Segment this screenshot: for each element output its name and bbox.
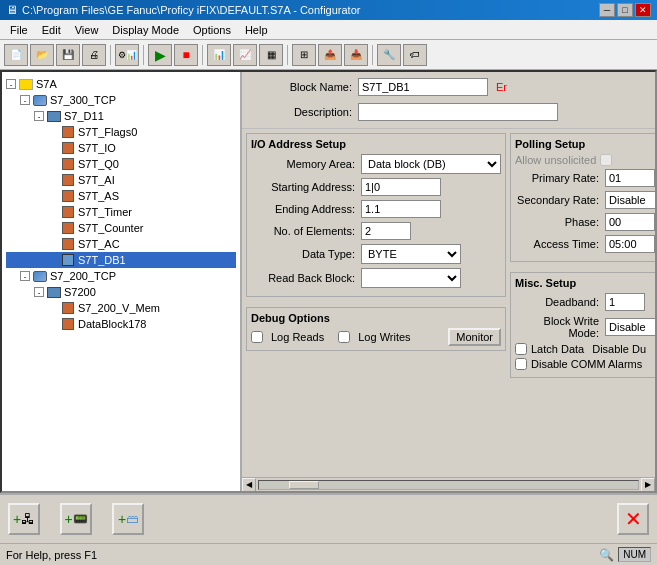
- expand-s7-300-tcp[interactable]: -: [20, 95, 30, 105]
- toolbar-new[interactable]: 📄: [4, 44, 28, 66]
- bottom-toolbar: +🖧 +📟 +🗃 ✕: [0, 493, 657, 543]
- ending-address-row: Ending Address:: [251, 200, 501, 218]
- expand-s7a[interactable]: -: [6, 79, 16, 89]
- menu-edit[interactable]: Edit: [36, 23, 67, 37]
- add-device-button[interactable]: +📟: [60, 503, 92, 535]
- log-reads-checkbox[interactable]: [251, 331, 263, 343]
- disable-comm-alarms-checkbox[interactable]: [515, 358, 527, 370]
- status-bar: For Help, press F1 🔍 NUM: [0, 543, 657, 565]
- ending-address-input[interactable]: [361, 200, 441, 218]
- toolbar-import[interactable]: 📥: [344, 44, 368, 66]
- log-reads-label: Log Reads: [271, 331, 324, 343]
- description-input[interactable]: [358, 103, 558, 121]
- deadband-input[interactable]: [605, 293, 645, 311]
- expand-s7-d11[interactable]: -: [34, 111, 44, 121]
- scroll-left-button[interactable]: ◀: [242, 478, 256, 492]
- tree-item-s7t-io[interactable]: S7T_IO: [6, 140, 236, 156]
- menu-help[interactable]: Help: [239, 23, 274, 37]
- tree-item-s7-200-tcp[interactable]: - S7_200_TCP: [6, 268, 236, 284]
- toolbar-chart2[interactable]: 📈: [233, 44, 257, 66]
- block-write-mode-input[interactable]: [605, 318, 655, 336]
- toolbar-save[interactable]: 💾: [56, 44, 80, 66]
- delete-button[interactable]: ✕: [617, 503, 649, 535]
- tree-label-s7-200-vmem: S7_200_V_Mem: [78, 302, 160, 314]
- close-button[interactable]: ✕: [635, 3, 651, 17]
- toolbar-print[interactable]: 🖨: [82, 44, 106, 66]
- block-icon-q0: [60, 157, 76, 171]
- horizontal-scrollbar[interactable]: ◀ ▶: [242, 477, 655, 491]
- starting-address-row: Starting Address:: [251, 178, 501, 196]
- tree-label-s7t-ai: S7T_AI: [78, 174, 115, 186]
- tree-item-s7t-db1[interactable]: S7T_DB1: [6, 252, 236, 268]
- menu-display-mode[interactable]: Display Mode: [106, 23, 185, 37]
- tree-label-s7t-timer: S7T_Timer: [78, 206, 132, 218]
- tree-item-s7200[interactable]: - S7200: [6, 284, 236, 300]
- toolbar-table[interactable]: ▦: [259, 44, 283, 66]
- add-network-button[interactable]: +🖧: [8, 503, 40, 535]
- h-scroll-thumb[interactable]: [289, 481, 319, 489]
- tree-item-s7t-counter[interactable]: S7T_Counter: [6, 220, 236, 236]
- menu-file[interactable]: File: [4, 23, 34, 37]
- toolbar-grid[interactable]: ⊞: [292, 44, 316, 66]
- toolbar-open[interactable]: 📂: [30, 44, 54, 66]
- toolbar-stop[interactable]: ■: [174, 44, 198, 66]
- separator-2: [143, 45, 144, 65]
- network-icon-s7-300: [32, 93, 48, 107]
- num-elements-label: No. of Elements:: [251, 225, 361, 237]
- phase-input[interactable]: [605, 213, 655, 231]
- tree-item-s7-300-tcp[interactable]: - S7_300_TCP: [6, 92, 236, 108]
- tree-item-s7-200-vmem[interactable]: S7_200_V_Mem: [6, 300, 236, 316]
- expand-s7200[interactable]: -: [34, 287, 44, 297]
- block-icon-datablock178: [60, 317, 76, 331]
- monitor-button[interactable]: Monitor: [448, 328, 501, 346]
- block-name-input[interactable]: [358, 78, 488, 96]
- data-type-select[interactable]: BYTE WORD DWORD INT: [361, 244, 461, 264]
- secondary-rate-input[interactable]: [605, 191, 655, 209]
- io-address-section: I/O Address Setup Memory Area: Data bloc…: [246, 133, 506, 297]
- toolbar-export[interactable]: 📤: [318, 44, 342, 66]
- tree-item-s7t-q0[interactable]: S7T_Q0: [6, 156, 236, 172]
- add-block-button[interactable]: +🗃: [112, 503, 144, 535]
- toolbar-settings[interactable]: 🔧: [377, 44, 401, 66]
- block-name-row: Block Name: Er: [248, 78, 649, 96]
- debug-options-title: Debug Options: [251, 312, 501, 324]
- log-writes-checkbox[interactable]: [338, 331, 350, 343]
- menu-view[interactable]: View: [69, 23, 105, 37]
- h-scroll-track[interactable]: [258, 480, 639, 490]
- deadband-row: Deadband:: [515, 293, 655, 311]
- tree-item-datablock178[interactable]: DataBlock178: [6, 316, 236, 332]
- tree-item-s7t-ai[interactable]: S7T_AI: [6, 172, 236, 188]
- latch-data-checkbox[interactable]: [515, 343, 527, 355]
- allow-unsolicited-checkbox[interactable]: [600, 154, 612, 166]
- menu-options[interactable]: Options: [187, 23, 237, 37]
- primary-rate-input[interactable]: [605, 169, 655, 187]
- memory-area-select[interactable]: Data block (DB) Input (I) Output (Q) Mem…: [361, 154, 501, 174]
- expand-s7-200-tcp[interactable]: -: [20, 271, 30, 281]
- deadband-label: Deadband:: [515, 296, 605, 308]
- tree-item-s7-d11[interactable]: - S7_D11: [6, 108, 236, 124]
- menu-bar: File Edit View Display Mode Options Help: [0, 20, 657, 40]
- access-time-input[interactable]: [605, 235, 655, 253]
- tree-item-s7t-as[interactable]: S7T_AS: [6, 188, 236, 204]
- delete-icon: ✕: [617, 503, 649, 535]
- polling-setup-section: Polling Setup Allow unsolicited Primary …: [510, 133, 655, 262]
- toolbar-play[interactable]: ▶: [148, 44, 172, 66]
- toolbar-config[interactable]: ⚙📊: [115, 44, 139, 66]
- tree-item-s7t-timer[interactable]: S7T_Timer: [6, 204, 236, 220]
- tree-label-datablock178: DataBlock178: [78, 318, 147, 330]
- starting-address-input[interactable]: [361, 178, 441, 196]
- toolbar-tag[interactable]: 🏷: [403, 44, 427, 66]
- toolbar-chart1[interactable]: 📊: [207, 44, 231, 66]
- num-elements-input[interactable]: [361, 222, 411, 240]
- allow-unsolicited-label: Allow unsolicited: [515, 154, 596, 166]
- tree-label-s7200: S7200: [64, 286, 96, 298]
- block-icon-counter: [60, 221, 76, 235]
- tree-item-s7t-ac[interactable]: S7T_AC: [6, 236, 236, 252]
- scroll-right-button[interactable]: ▶: [641, 478, 655, 492]
- minimize-button[interactable]: ─: [599, 3, 615, 17]
- tree-item-s7t-flags0[interactable]: S7T_Flags0: [6, 124, 236, 140]
- block-name-label: Block Name:: [248, 81, 358, 93]
- read-back-block-select[interactable]: [361, 268, 461, 288]
- tree-item-s7a[interactable]: - S7A: [6, 76, 236, 92]
- maximize-button[interactable]: □: [617, 3, 633, 17]
